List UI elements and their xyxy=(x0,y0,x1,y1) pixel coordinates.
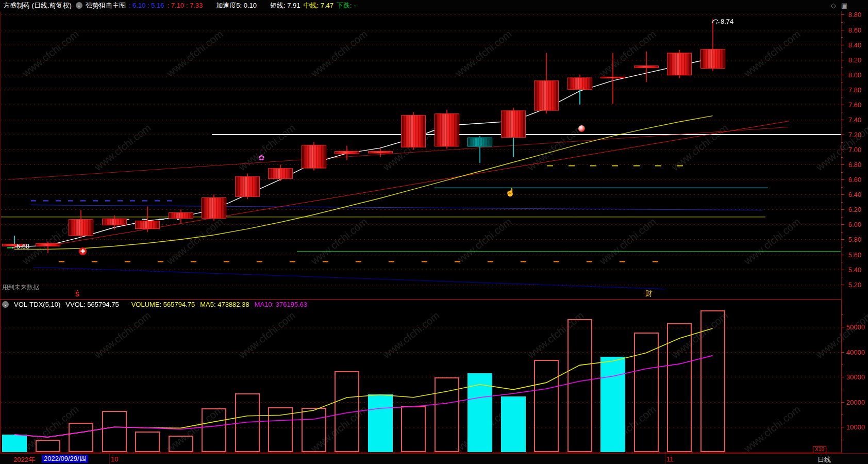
indicator-values-red: : 7.10 : 7.33 xyxy=(168,2,203,9)
indicator-collapse-icon[interactable]: ⌄ xyxy=(76,2,82,9)
volume-value: VOLUME: 565794.75 xyxy=(131,301,195,308)
vvol-value: VVOL: 565794.75 xyxy=(65,301,119,308)
panel-layout-icon[interactable]: ▣ xyxy=(841,2,847,9)
volume-tick-label: 20000 xyxy=(846,399,868,406)
price-tick-label: 8.80 xyxy=(848,11,868,19)
title-bar: 方盛制药 (日线.前复权) ⌄ 强势狙击主图 : 6.10 : 5.16 : 7… xyxy=(0,0,868,11)
cai-label: 财 xyxy=(645,289,653,299)
price-tick-label: 7.40 xyxy=(848,116,868,124)
price-tick-label: 8.20 xyxy=(848,56,868,64)
price-tick-label: 6.00 xyxy=(848,221,868,228)
price-tick-label: 7.60 xyxy=(848,101,868,109)
hand-marker: ☝ xyxy=(505,187,515,197)
price-tick-label: 7.00 xyxy=(848,146,868,154)
stock-title: 方盛制药 (日线.前复权) xyxy=(3,1,72,10)
low-annotation: ←5.68 xyxy=(10,242,29,250)
volume-pane-header: ⌄ VOL-TDX(5,10) VVOL: 565794.75 VOLUME: … xyxy=(2,301,307,308)
volume-tick-label: 40000 xyxy=(846,349,868,356)
stock-chart-canvas[interactable] xyxy=(0,0,868,464)
price-tick-label: 5.20 xyxy=(848,281,868,289)
indicator-values-blue: : 6.10 : 5.16 xyxy=(129,2,164,9)
price-tick-label: 7.80 xyxy=(848,86,868,94)
flower-marker: ✿ xyxy=(258,153,265,162)
month-tick xyxy=(665,454,665,464)
price-tick-label: 6.20 xyxy=(848,206,868,213)
price-tick-label: 5.60 xyxy=(848,251,868,259)
price-tick-label: 8.40 xyxy=(848,41,868,49)
month-tick xyxy=(109,454,110,464)
ma10-value: MA10: 376195.63 xyxy=(255,301,308,308)
downline-value: 下跌: - xyxy=(337,1,356,10)
sell-signal-marker: Ŝ xyxy=(75,291,79,298)
ma5-value: MA5: 473882.38 xyxy=(200,301,249,308)
shortline-value: 短线: 7.91 xyxy=(270,1,301,10)
medical-cross-marker: ✚ xyxy=(79,247,87,255)
price-tick-label: 8.60 xyxy=(848,26,868,34)
volume-indicator-name: VOL-TDX(5,10) xyxy=(14,301,60,308)
price-tick-label: 5.80 xyxy=(848,236,868,243)
volume-collapse-icon[interactable]: ⌄ xyxy=(2,301,9,308)
price-tick-label: 6.40 xyxy=(848,191,868,198)
accel-value: 加速度5: 0.10 xyxy=(216,1,257,10)
volume-tick-label: 10000 xyxy=(846,423,868,431)
future-data-notice: 用到未来数据 xyxy=(2,283,39,292)
price-tick-label: 6.80 xyxy=(848,161,868,169)
midline-value: 中线: 7.47 xyxy=(304,1,334,10)
month-label: 11 xyxy=(666,455,674,463)
month-label: 10 xyxy=(111,455,118,463)
app-window: 方盛制药 (日线.前复权) ⌄ 强势狙击主图 : 6.10 : 5.16 : 7… xyxy=(0,0,868,464)
volume-tick-label: 30000 xyxy=(846,373,868,381)
diamond-icon[interactable]: ◇ xyxy=(831,2,836,9)
year-label: 2022年 xyxy=(13,455,35,464)
price-tick-label: 7.20 xyxy=(848,131,868,139)
period-label[interactable]: 日线 xyxy=(817,455,831,464)
indicator-name: 强势狙击主图 xyxy=(86,1,126,10)
price-tick-label: 8.00 xyxy=(848,71,868,79)
title-bar-actions: ◇ ▣ xyxy=(831,0,847,11)
price-tick-label: 6.60 xyxy=(848,176,868,184)
time-axis-bar: 2022年 2022/09/29/四 日线 1011 xyxy=(0,453,868,464)
cursor-date-chip[interactable]: 2022/09/29/四 xyxy=(42,455,88,463)
volume-unit-badge: X10 xyxy=(813,446,826,453)
volume-tick-label: 50000 xyxy=(846,323,868,331)
high-annotation: ←8.74 xyxy=(714,18,733,25)
price-tick-label: 5.40 xyxy=(848,266,868,274)
